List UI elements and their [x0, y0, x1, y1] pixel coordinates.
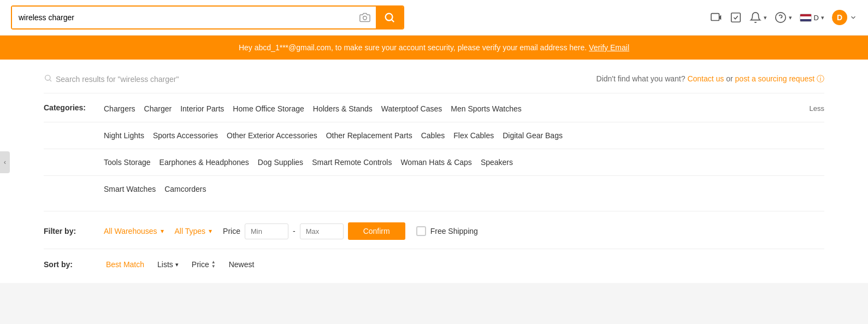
header-icons: ▾ ▾ D ▾ D — [710, 10, 857, 25]
svg-point-8 — [45, 75, 50, 80]
categories-tags-row4: Smart Watches Camcorders — [104, 182, 824, 196]
categories-section: Categories: Chargers Charger Interior Pa… — [44, 93, 824, 211]
category-earphones-headphones[interactable]: Earphones & Headphones — [160, 156, 258, 169]
price-label: Price — [223, 227, 240, 235]
header: ▾ ▾ D ▾ D — [0, 0, 868, 36]
category-other-exterior[interactable]: Other Exterior Accessories — [227, 129, 326, 142]
svg-point-1 — [386, 14, 393, 21]
bell-icon-btn[interactable]: ▾ — [749, 11, 767, 23]
search-results-bar: Search results for "wireless charger" Di… — [44, 68, 824, 93]
search-button[interactable] — [376, 7, 403, 28]
search-results-text-content: Search results for "wireless charger" — [56, 75, 179, 84]
category-tools-storage[interactable]: Tools Storage — [104, 156, 160, 169]
sort-price[interactable]: Price ▲ ▼ — [192, 260, 216, 269]
search-bar — [11, 5, 404, 30]
not-found-section: Didn't find what you want? Contact us or… — [597, 74, 824, 84]
categories-row-2: Night Lights Sports Accessories Other Ex… — [44, 129, 824, 142]
sort-price-label: Price — [192, 260, 209, 269]
svg-line-2 — [392, 20, 394, 22]
banner-text: Hey abcd_1***@gmail.com, to make sure yo… — [239, 43, 587, 52]
notification-banner: Hey abcd_1***@gmail.com, to make sure yo… — [0, 36, 868, 60]
confirm-button[interactable]: Confirm — [348, 222, 405, 240]
category-divider-3 — [44, 175, 824, 176]
price-max-input[interactable] — [300, 223, 344, 239]
currency-selector[interactable]: D ▾ — [800, 14, 824, 22]
categories-tags-row2: Night Lights Sports Accessories Other Ex… — [104, 129, 824, 142]
search-input[interactable] — [12, 7, 354, 28]
category-waterproof-cases[interactable]: Waterptoof Cases — [381, 102, 451, 115]
category-chargers[interactable]: Chargers — [104, 102, 144, 115]
category-digital-gear-bags[interactable]: Digital Gear Bags — [503, 129, 571, 142]
sort-best-match-label: Best Match — [106, 260, 144, 269]
categories-row-4: Smart Watches Camcorders — [44, 182, 824, 196]
category-home-office-storage[interactable]: Home Office Storage — [233, 102, 312, 115]
cart-icon-btn[interactable] — [730, 11, 742, 23]
category-men-sports-watches[interactable]: Men Sports Watches — [451, 102, 530, 115]
types-dropdown[interactable]: All Types ▾ — [175, 227, 212, 235]
category-charger[interactable]: Charger — [144, 102, 181, 115]
video-icon-btn[interactable] — [710, 11, 722, 23]
sort-newest-label: Newest — [229, 260, 255, 269]
svg-rect-3 — [711, 14, 719, 21]
category-cables[interactable]: Cables — [421, 129, 454, 142]
or-separator: or — [726, 74, 735, 83]
categories-label-spacer2 — [44, 156, 104, 157]
help-icon-btn[interactable]: ▾ — [775, 11, 792, 23]
help-dropdown-arrow: ▾ — [789, 14, 792, 21]
categories-row-3: Tools Storage Earphones & Headphones Dog… — [44, 156, 824, 169]
category-woman-hats-caps[interactable]: Woman Hats & Caps — [400, 156, 480, 169]
svg-point-0 — [363, 16, 367, 20]
sort-lists[interactable]: Lists ▾ — [157, 260, 179, 269]
category-holders-stands[interactable]: Holders & Stands — [313, 102, 381, 115]
left-collapse-arrow[interactable]: ‹ — [0, 151, 10, 173]
sort-label: Sort by: — [44, 260, 93, 269]
less-button[interactable]: Less — [810, 102, 824, 113]
price-min-input[interactable] — [245, 223, 288, 239]
types-label: All Types — [175, 227, 206, 235]
price-filter: Price - Confirm — [223, 222, 405, 240]
sort-bar: Sort by: Best Match Lists ▾ Price ▲ ▼ Ne… — [44, 249, 824, 274]
sort-lists-label: Lists — [157, 260, 173, 269]
category-smart-remote-controls[interactable]: Smart Remote Controls — [312, 156, 400, 169]
flag-icon — [800, 14, 812, 22]
category-interior-parts[interactable]: Interior Parts — [180, 102, 233, 115]
svg-point-6 — [775, 13, 785, 22]
warehouses-label: All Warehouses — [104, 227, 157, 235]
free-shipping-label: Free Shipping — [430, 227, 478, 235]
free-shipping-checkbox[interactable] — [416, 226, 426, 236]
types-chevron: ▾ — [209, 227, 212, 235]
category-camcorders[interactable]: Camcorders — [164, 182, 215, 196]
sourcing-icon: ⓘ — [817, 74, 824, 83]
category-speakers[interactable]: Speakers — [481, 156, 522, 169]
verify-email-link[interactable]: Verify Email — [589, 43, 629, 52]
sort-best-match[interactable]: Best Match — [106, 260, 144, 269]
categories-row-1: Categories: Chargers Charger Interior Pa… — [44, 102, 824, 115]
currency-dropdown-arrow: ▾ — [821, 14, 824, 21]
categories-label: Categories: — [44, 102, 104, 112]
sort-newest[interactable]: Newest — [229, 260, 255, 269]
categories-label-spacer3 — [44, 182, 104, 184]
category-smart-watches[interactable]: Smart Watches — [104, 182, 164, 196]
svg-line-9 — [50, 80, 51, 81]
categories-tags-row3: Tools Storage Earphones & Headphones Dog… — [104, 156, 824, 169]
currency-label: D — [814, 14, 819, 22]
search-results-label: Search results for "wireless charger" — [44, 74, 179, 84]
contact-us-link[interactable]: Contact us — [687, 74, 724, 83]
category-night-lights[interactable]: Night Lights — [104, 129, 153, 142]
camera-search-button[interactable] — [354, 12, 376, 23]
sort-lists-arrow: ▾ — [175, 261, 179, 268]
category-other-replacement[interactable]: Other Replacement Parts — [326, 129, 421, 142]
warehouses-dropdown[interactable]: All Warehouses ▾ — [104, 227, 164, 235]
category-dog-supplies[interactable]: Dog Supplies — [258, 156, 312, 169]
category-sports-accessories[interactable]: Sports Accessories — [153, 129, 227, 142]
search-icon-inline — [44, 74, 52, 84]
filter-bar: Filter by: All Warehouses ▾ All Types ▾ … — [44, 211, 824, 249]
post-sourcing-link[interactable]: post a sourcing request — [735, 74, 815, 83]
sort-price-arrows: ▲ ▼ — [211, 260, 216, 269]
categories-tags-row1: Chargers Charger Interior Parts Home Off… — [104, 102, 810, 115]
user-avatar-btn[interactable]: D — [832, 10, 857, 25]
category-divider-1 — [44, 122, 824, 122]
warehouses-chevron: ▾ — [161, 227, 164, 235]
bell-dropdown-arrow: ▾ — [764, 14, 767, 21]
category-flex-cables[interactable]: Flex Cables — [453, 129, 503, 142]
